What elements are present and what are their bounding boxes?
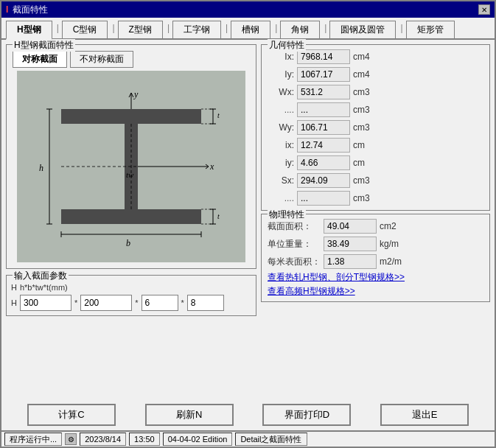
sep2: * xyxy=(135,298,138,307)
prop-label-sx: Sx: xyxy=(268,175,294,186)
tab-slot-steel[interactable]: 槽钢 xyxy=(231,21,270,38)
weight-unit: kg/m xyxy=(380,239,400,249)
high-freq-link[interactable]: 查看高频H型钢规格>> xyxy=(268,285,355,298)
refresh-button[interactable]: 刷新N xyxy=(145,404,234,426)
tab-h-steel[interactable]: H型钢 xyxy=(6,21,52,40)
status-app: Detail之截面特性 xyxy=(235,433,307,446)
prop-label-dots2: .... xyxy=(268,193,294,203)
link-row-2: 查看高频H型钢规格>> xyxy=(268,284,483,298)
t-input[interactable] xyxy=(187,295,224,311)
h-label: H xyxy=(11,298,17,307)
prop-label-wy: Wy: xyxy=(268,122,294,133)
area-label: 截面面积： xyxy=(268,220,321,233)
prop-value-sx: 294.09 xyxy=(297,173,350,188)
svg-text:x: x xyxy=(209,161,214,172)
link-row-1: 查看热轧H型钢、剖分T型钢规格>> xyxy=(268,270,483,284)
phys-props-title: 物理特性 xyxy=(268,209,306,221)
window-title: 截面特性 xyxy=(13,4,48,16)
content-area: H型钢截面特性 对称截面 不对称截面 xyxy=(1,40,495,399)
h-param-label: H xyxy=(11,283,17,292)
tab-asymmetric[interactable]: 不对称截面 xyxy=(70,51,133,68)
geo-props-box: 几何特性 Ix: 7968.14 cm4 Iy: 1067.17 cm4 Wx:… xyxy=(261,44,490,211)
svg-text:t: t xyxy=(217,212,220,220)
sep1: * xyxy=(74,298,77,307)
prop-unit-iyy: cm xyxy=(353,158,374,168)
prop-value-wx: 531.2 xyxy=(297,85,350,99)
status-clock-icon: ⚙ xyxy=(65,433,77,445)
prop-unit-dots1: cm3 xyxy=(353,105,374,115)
tab-angle-steel[interactable]: 角钢 xyxy=(280,21,320,38)
h-steel-svg: y x tw xyxy=(17,71,245,262)
area-unit: cm2 xyxy=(380,221,400,231)
tab-c-steel[interactable]: C型钢 xyxy=(62,21,108,38)
b-input[interactable] xyxy=(80,295,132,311)
calculate-button[interactable]: 计算C xyxy=(27,404,116,426)
prop-unit-dots2: cm3 xyxy=(353,193,374,203)
surface-value: 1.38 xyxy=(324,254,377,269)
sep3: * xyxy=(181,298,184,307)
prop-unit-wy: cm3 xyxy=(353,122,374,133)
prop-value-dots1: ... xyxy=(297,102,350,117)
status-edition: 04-04-02 Edition xyxy=(163,433,233,446)
tab-round-steel[interactable]: 圆钢及圆管 xyxy=(329,21,396,38)
param-input-group: 输入截面参数 H h*b*tw*t(mm) H * * * xyxy=(6,275,256,316)
param-values-row: H * * * xyxy=(11,295,251,311)
tab-z-steel[interactable]: Z型钢 xyxy=(118,21,163,38)
tab-i-steel[interactable]: 工字钢 xyxy=(172,21,221,38)
geo-prop-row-5: ix: 12.74 cm xyxy=(268,136,483,154)
weight-label: 单位重量： xyxy=(268,238,321,251)
prop-value-iy: 1067.17 xyxy=(297,67,350,82)
print-button[interactable]: 界面打印D xyxy=(262,404,351,426)
exit-button[interactable]: 退出E xyxy=(380,404,469,426)
phys-prop-row-2: 每米表面积： 1.38 m2/m xyxy=(268,253,483,270)
prop-label-iyy: iy: xyxy=(268,158,294,168)
surface-label: 每米表面积： xyxy=(268,256,321,268)
prop-unit-ixx: cm xyxy=(353,140,374,150)
geo-prop-row-4: Wy: 106.71 cm3 xyxy=(268,119,483,136)
phys-prop-row-1: 单位重量： 38.49 kg/m xyxy=(268,235,483,253)
prop-value-dots2: ... xyxy=(297,191,350,206)
status-running: 程序运行中... xyxy=(4,433,62,446)
left-panel: H型钢截面特性 对称截面 不对称截面 xyxy=(6,44,256,395)
close-button[interactable]: ✕ xyxy=(478,4,490,15)
prop-unit-wx: cm3 xyxy=(353,87,374,97)
h-input[interactable] xyxy=(20,295,71,311)
hot-rolled-link[interactable]: 查看热轧H型钢、剖分T型钢规格>> xyxy=(268,271,405,284)
h-steel-diagram: y x tw xyxy=(17,71,245,262)
prop-value-ixx: 12.74 xyxy=(297,138,350,153)
prop-label-iy: Iy: xyxy=(268,69,294,80)
tab-symmetric[interactable]: 对称截面 xyxy=(13,51,67,68)
param-input-title: 输入截面参数 xyxy=(13,270,69,282)
prop-unit-sx: cm3 xyxy=(353,175,374,186)
geo-prop-row-3: .... ... cm3 xyxy=(268,101,483,119)
weight-value: 38.49 xyxy=(324,237,377,251)
svg-rect-1 xyxy=(61,109,201,124)
svg-text:y: y xyxy=(133,89,139,99)
title-bar: I 截面特性 ✕ xyxy=(1,1,495,18)
tab-rect-steel[interactable]: 矩形管 xyxy=(406,21,455,38)
geo-prop-row-7: Sx: 294.09 cm3 xyxy=(268,172,483,189)
prop-unit-iy: cm4 xyxy=(353,69,374,80)
geo-prop-row-1: Iy: 1067.17 cm4 xyxy=(268,66,483,83)
svg-rect-3 xyxy=(61,209,201,224)
prop-value-iyy: 4.66 xyxy=(297,155,350,170)
geo-props-title: 几何特性 xyxy=(268,39,306,52)
phys-props-box: 物理特性 截面面积： 49.04 cm2 单位重量： 38.49 kg/m 每米… xyxy=(261,214,490,302)
param-formula-row: H h*b*tw*t(mm) xyxy=(11,283,251,292)
status-time: 13:50 xyxy=(129,433,160,446)
tw-input[interactable] xyxy=(142,295,178,311)
status-bar: 程序运行中... ⚙ 2023/8/14 13:50 04-04-02 Edit… xyxy=(1,430,495,447)
app-icon: I xyxy=(6,4,8,15)
prop-label-wx: Wx: xyxy=(268,87,294,97)
right-panel: 几何特性 Ix: 7968.14 cm4 Iy: 1067.17 cm4 Wx:… xyxy=(261,44,490,395)
geo-prop-row-2: Wx: 531.2 cm3 xyxy=(268,83,483,101)
status-date: 2023/8/14 xyxy=(80,433,126,446)
geo-prop-row-8: .... ... cm3 xyxy=(268,189,483,207)
area-value: 49.04 xyxy=(324,219,377,234)
h-steel-group-title: H型钢截面特性 xyxy=(13,39,75,52)
prop-unit-ix: cm4 xyxy=(353,52,374,62)
prop-value-ix: 7968.14 xyxy=(297,49,350,64)
prop-label-ixx: ix: xyxy=(268,140,294,150)
svg-text:tw: tw xyxy=(126,170,134,179)
bottom-buttons: 计算C 刷新N 界面打印D 退出E xyxy=(1,399,495,430)
